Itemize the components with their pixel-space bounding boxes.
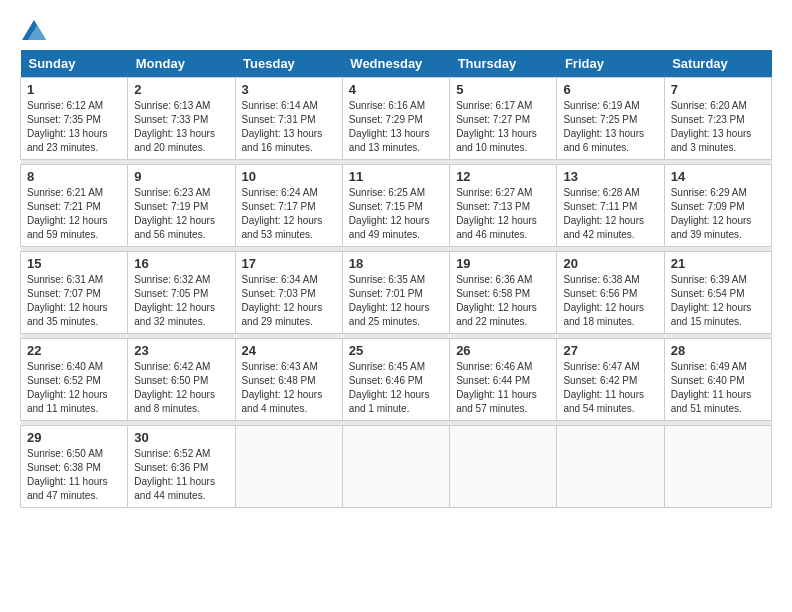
daylight-label: Daylight: 12 hours and 8 minutes. [134,389,215,414]
day-info: Sunrise: 6:25 AM Sunset: 7:15 PM Dayligh… [349,186,443,242]
sunset-label: Sunset: 6:38 PM [27,462,101,473]
daylight-label: Daylight: 11 hours and 57 minutes. [456,389,537,414]
sunrise-label: Sunrise: 6:14 AM [242,100,318,111]
sunrise-label: Sunrise: 6:17 AM [456,100,532,111]
sunrise-label: Sunrise: 6:40 AM [27,361,103,372]
sunrise-label: Sunrise: 6:34 AM [242,274,318,285]
day-info: Sunrise: 6:50 AM Sunset: 6:38 PM Dayligh… [27,447,121,503]
day-info: Sunrise: 6:32 AM Sunset: 7:05 PM Dayligh… [134,273,228,329]
day-number: 9 [134,169,228,184]
calendar-cell: 16 Sunrise: 6:32 AM Sunset: 7:05 PM Dayl… [128,252,235,334]
calendar-cell: 6 Sunrise: 6:19 AM Sunset: 7:25 PM Dayli… [557,78,664,160]
daylight-label: Daylight: 12 hours and 39 minutes. [671,215,752,240]
sunset-label: Sunset: 7:03 PM [242,288,316,299]
sunset-label: Sunset: 6:46 PM [349,375,423,386]
page-header [20,20,772,40]
calendar-cell: 22 Sunrise: 6:40 AM Sunset: 6:52 PM Dayl… [21,339,128,421]
day-number: 3 [242,82,336,97]
calendar-header-tuesday: Tuesday [235,50,342,78]
calendar-cell: 29 Sunrise: 6:50 AM Sunset: 6:38 PM Dayl… [21,426,128,508]
day-info: Sunrise: 6:39 AM Sunset: 6:54 PM Dayligh… [671,273,765,329]
calendar-cell: 14 Sunrise: 6:29 AM Sunset: 7:09 PM Dayl… [664,165,771,247]
daylight-label: Daylight: 12 hours and 35 minutes. [27,302,108,327]
calendar-cell: 23 Sunrise: 6:42 AM Sunset: 6:50 PM Dayl… [128,339,235,421]
daylight-label: Daylight: 12 hours and 29 minutes. [242,302,323,327]
day-info: Sunrise: 6:46 AM Sunset: 6:44 PM Dayligh… [456,360,550,416]
daylight-label: Daylight: 12 hours and 1 minute. [349,389,430,414]
calendar-cell: 21 Sunrise: 6:39 AM Sunset: 6:54 PM Dayl… [664,252,771,334]
day-number: 16 [134,256,228,271]
day-info: Sunrise: 6:42 AM Sunset: 6:50 PM Dayligh… [134,360,228,416]
calendar-cell: 3 Sunrise: 6:14 AM Sunset: 7:31 PM Dayli… [235,78,342,160]
day-number: 22 [27,343,121,358]
sunset-label: Sunset: 7:33 PM [134,114,208,125]
daylight-label: Daylight: 11 hours and 44 minutes. [134,476,215,501]
calendar-week-row-2: 8 Sunrise: 6:21 AM Sunset: 7:21 PM Dayli… [21,165,772,247]
calendar-cell [450,426,557,508]
daylight-label: Daylight: 12 hours and 18 minutes. [563,302,644,327]
sunset-label: Sunset: 7:13 PM [456,201,530,212]
calendar-cell: 20 Sunrise: 6:38 AM Sunset: 6:56 PM Dayl… [557,252,664,334]
day-number: 20 [563,256,657,271]
calendar-cell: 19 Sunrise: 6:36 AM Sunset: 6:58 PM Dayl… [450,252,557,334]
sunrise-label: Sunrise: 6:16 AM [349,100,425,111]
calendar-cell: 17 Sunrise: 6:34 AM Sunset: 7:03 PM Dayl… [235,252,342,334]
day-number: 7 [671,82,765,97]
calendar-cell: 9 Sunrise: 6:23 AM Sunset: 7:19 PM Dayli… [128,165,235,247]
sunrise-label: Sunrise: 6:28 AM [563,187,639,198]
sunrise-label: Sunrise: 6:31 AM [27,274,103,285]
sunrise-label: Sunrise: 6:25 AM [349,187,425,198]
sunrise-label: Sunrise: 6:46 AM [456,361,532,372]
day-info: Sunrise: 6:47 AM Sunset: 6:42 PM Dayligh… [563,360,657,416]
day-info: Sunrise: 6:31 AM Sunset: 7:07 PM Dayligh… [27,273,121,329]
calendar-cell: 5 Sunrise: 6:17 AM Sunset: 7:27 PM Dayli… [450,78,557,160]
calendar-cell: 15 Sunrise: 6:31 AM Sunset: 7:07 PM Dayl… [21,252,128,334]
calendar-cell: 10 Sunrise: 6:24 AM Sunset: 7:17 PM Dayl… [235,165,342,247]
sunrise-label: Sunrise: 6:42 AM [134,361,210,372]
sunrise-label: Sunrise: 6:24 AM [242,187,318,198]
sunset-label: Sunset: 7:35 PM [27,114,101,125]
sunset-label: Sunset: 6:42 PM [563,375,637,386]
calendar-header-saturday: Saturday [664,50,771,78]
calendar-cell [557,426,664,508]
day-info: Sunrise: 6:17 AM Sunset: 7:27 PM Dayligh… [456,99,550,155]
day-number: 19 [456,256,550,271]
calendar-week-row-4: 22 Sunrise: 6:40 AM Sunset: 6:52 PM Dayl… [21,339,772,421]
day-number: 13 [563,169,657,184]
calendar-header-monday: Monday [128,50,235,78]
calendar-cell [664,426,771,508]
day-number: 11 [349,169,443,184]
calendar-week-row-1: 1 Sunrise: 6:12 AM Sunset: 7:35 PM Dayli… [21,78,772,160]
day-info: Sunrise: 6:13 AM Sunset: 7:33 PM Dayligh… [134,99,228,155]
day-number: 5 [456,82,550,97]
day-info: Sunrise: 6:52 AM Sunset: 6:36 PM Dayligh… [134,447,228,503]
sunset-label: Sunset: 7:31 PM [242,114,316,125]
day-info: Sunrise: 6:43 AM Sunset: 6:48 PM Dayligh… [242,360,336,416]
day-number: 14 [671,169,765,184]
sunset-label: Sunset: 7:23 PM [671,114,745,125]
day-number: 1 [27,82,121,97]
sunset-label: Sunset: 6:58 PM [456,288,530,299]
sunrise-label: Sunrise: 6:20 AM [671,100,747,111]
calendar-cell: 2 Sunrise: 6:13 AM Sunset: 7:33 PM Dayli… [128,78,235,160]
calendar-cell: 13 Sunrise: 6:28 AM Sunset: 7:11 PM Dayl… [557,165,664,247]
day-info: Sunrise: 6:24 AM Sunset: 7:17 PM Dayligh… [242,186,336,242]
sunrise-label: Sunrise: 6:43 AM [242,361,318,372]
calendar-cell: 24 Sunrise: 6:43 AM Sunset: 6:48 PM Dayl… [235,339,342,421]
daylight-label: Daylight: 13 hours and 13 minutes. [349,128,430,153]
day-info: Sunrise: 6:20 AM Sunset: 7:23 PM Dayligh… [671,99,765,155]
calendar-table: SundayMondayTuesdayWednesdayThursdayFrid… [20,50,772,508]
calendar-header-friday: Friday [557,50,664,78]
calendar-header-row: SundayMondayTuesdayWednesdayThursdayFrid… [21,50,772,78]
sunset-label: Sunset: 7:15 PM [349,201,423,212]
day-number: 18 [349,256,443,271]
day-info: Sunrise: 6:16 AM Sunset: 7:29 PM Dayligh… [349,99,443,155]
day-info: Sunrise: 6:34 AM Sunset: 7:03 PM Dayligh… [242,273,336,329]
sunrise-label: Sunrise: 6:27 AM [456,187,532,198]
daylight-label: Daylight: 12 hours and 32 minutes. [134,302,215,327]
sunrise-label: Sunrise: 6:50 AM [27,448,103,459]
sunset-label: Sunset: 7:19 PM [134,201,208,212]
sunset-label: Sunset: 7:17 PM [242,201,316,212]
day-number: 24 [242,343,336,358]
sunrise-label: Sunrise: 6:19 AM [563,100,639,111]
